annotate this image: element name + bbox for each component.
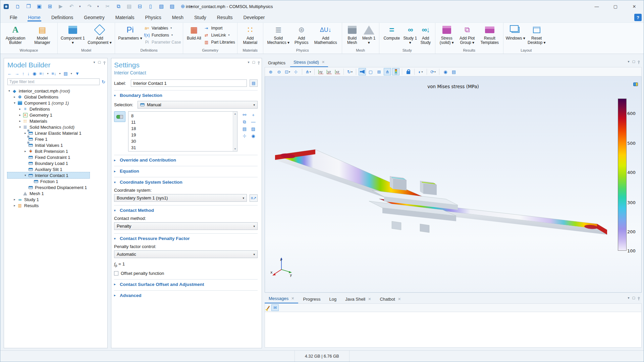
- active-toggle-button[interactable]: [114, 111, 125, 122]
- move-up-icon[interactable]: ↑: [22, 71, 24, 76]
- rename-button[interactable]: ▤: [250, 79, 258, 87]
- penalty-factor-dropdown[interactable]: Automatic ▾: [114, 250, 258, 258]
- mesh-1-button[interactable]: Mesh 1 ▾: [361, 23, 377, 45]
- tab-progress[interactable]: Progress: [299, 295, 324, 303]
- livelink-button[interactable]: ⇄ LiveLink▾: [203, 32, 235, 38]
- tree-node-initial-values-1[interactable]: Initial Values 1: [7, 142, 105, 148]
- section-boundary-selection[interactable]: ▾Boundary Selection: [114, 93, 258, 98]
- refresh-icon[interactable]: ↻: [102, 79, 105, 84]
- float-window-icon[interactable]: ▢: [632, 60, 635, 63]
- section-equation[interactable]: ▸Equation: [114, 169, 258, 174]
- result-templates-button[interactable]: Result Templates: [478, 23, 501, 45]
- orientation-indicator-icon[interactable]: ⋔: [384, 68, 391, 75]
- new-file-icon[interactable]: 🗋: [15, 4, 21, 9]
- plot-settings-icon[interactable]: [633, 82, 638, 86]
- tab-materials[interactable]: Materials: [115, 13, 135, 21]
- label-input[interactable]: [131, 79, 247, 87]
- list-item[interactable]: 11: [131, 119, 237, 125]
- grid-icon[interactable]: ⊞: [375, 68, 383, 75]
- tab-messages[interactable]: Messages✕: [265, 295, 298, 303]
- build-mesh-button[interactable]: Build Mesh: [344, 23, 360, 45]
- panel-menu-caret-icon[interactable]: ▾: [94, 60, 95, 64]
- panel-menu-caret-icon[interactable]: ▾: [628, 60, 630, 63]
- copy-icon[interactable]: ⧉: [115, 3, 121, 9]
- pin-icon[interactable]: [638, 61, 640, 62]
- reset-desktop-button[interactable]: Reset Desktop ▾: [526, 23, 547, 45]
- duplicate-icon[interactable]: ⊟: [137, 3, 143, 9]
- parameter-case-button[interactable]: Pi Parameter Case: [144, 39, 181, 45]
- close-button[interactable]: ✕: [625, 0, 644, 12]
- redo-caret-icon[interactable]: ▾: [97, 5, 100, 8]
- tree-node-friction-1[interactable]: Friction 1: [7, 178, 105, 184]
- tree-node-free-1[interactable]: Free 1: [7, 136, 105, 142]
- save-as-icon[interactable]: ⊞: [47, 3, 53, 9]
- tree-node-geometry-1[interactable]: ▸A Geometry 1: [7, 112, 105, 118]
- model-tree-filter-icon[interactable]: ▼: [75, 71, 79, 76]
- tree-node-materials[interactable]: ▸∷ Materials: [7, 118, 105, 124]
- go-to-view-icon[interactable]: ⋔▾: [305, 68, 312, 75]
- list-scrollbar[interactable]: ▲▼: [233, 112, 237, 151]
- functions-button[interactable]: f(x) Functions▾: [144, 32, 181, 38]
- create-selection-icon[interactable]: ⚯: [243, 112, 247, 117]
- node-group-icon[interactable]: ▤: [64, 71, 68, 76]
- tab-file[interactable]: File: [9, 13, 18, 21]
- transparency-icon[interactable]: ▢: [367, 68, 374, 75]
- component-1-button[interactable]: Component 1 ▾: [60, 23, 86, 45]
- deselect-box-icon[interactable]: ▨: [169, 3, 175, 9]
- tab-java-shell[interactable]: Java Shell✕: [341, 295, 375, 303]
- list-item[interactable]: 8: [131, 113, 237, 119]
- zoom-out-icon[interactable]: ⊖: [275, 68, 283, 75]
- list-item[interactable]: 30: [131, 138, 237, 144]
- search-icon[interactable]: ⊕: [180, 3, 186, 9]
- tab-chatbot[interactable]: Chatbot✕: [376, 295, 405, 303]
- zoom-extents-icon[interactable]: ⊹: [292, 68, 300, 75]
- move-down-icon[interactable]: ↓: [28, 71, 30, 76]
- copy-selection-icon[interactable]: ⧉: [243, 119, 246, 125]
- tree-node-component-1[interactable]: ▾ Component 1(comp 1): [7, 100, 105, 106]
- application-builder-button[interactable]: A Application Builder: [2, 23, 29, 45]
- tree-filter-input[interactable]: [7, 78, 100, 85]
- clear-messages-icon[interactable]: [267, 306, 270, 310]
- color-legend-icon[interactable]: [392, 68, 399, 75]
- stress-solid-button[interactable]: Stress (solid) ▾: [437, 23, 456, 45]
- tree-node-results[interactable]: ▸▥ Results: [7, 202, 105, 208]
- list-item[interactable]: 19: [131, 132, 237, 138]
- close-icon[interactable]: ✕: [322, 60, 325, 64]
- tree-node-global-definitions[interactable]: ▸⊕ Global Definitions: [7, 94, 105, 100]
- messages-content[interactable]: [265, 312, 642, 348]
- maximize-button[interactable]: ▢: [606, 0, 625, 12]
- paste-icon[interactable]: ▤: [126, 3, 132, 9]
- tab-home[interactable]: Home: [28, 13, 41, 21]
- update-plot-icon[interactable]: ⟳▾: [429, 68, 437, 75]
- list-item[interactable]: 18: [131, 125, 237, 132]
- contact-method-dropdown[interactable]: Penalty ▾: [114, 222, 258, 230]
- tab-geometry[interactable]: Geometry: [83, 13, 105, 21]
- list-item[interactable]: 31: [131, 144, 237, 151]
- scene-light-icon[interactable]: [359, 68, 366, 75]
- tree-node-mesh-1[interactable]: Mesh 1: [7, 190, 105, 196]
- cut-icon[interactable]: ✂: [105, 3, 111, 9]
- help-button[interactable]: ?: [634, 14, 642, 21]
- tree-node-auxiliary-slit-1[interactable]: Auxiliary Slit 1: [7, 166, 105, 172]
- float-window-icon[interactable]: ▢: [98, 60, 101, 64]
- variables-button[interactable]: a= Variables▾: [144, 25, 181, 31]
- section-contact-surface-offset[interactable]: ▸Contact Surface Offset and Adjustment: [114, 282, 258, 287]
- go-to-source-button[interactable]: ≡↗: [250, 194, 258, 202]
- close-icon[interactable]: ✕: [291, 296, 294, 301]
- tab-physics[interactable]: Physics: [145, 13, 162, 21]
- tree-node-solid-mechanics[interactable]: ▾≣ Solid Mechanics(solid): [7, 124, 105, 130]
- plot-area[interactable]: von Mises stress (MPa): [265, 76, 642, 293]
- section-override-contribution[interactable]: ▸Override and Contribution: [114, 158, 258, 163]
- windows-button[interactable]: Windows ▾: [505, 23, 526, 41]
- tab-study[interactable]: Study: [194, 13, 207, 21]
- pin-icon[interactable]: [638, 297, 640, 299]
- open-file-icon[interactable]: ❐: [25, 3, 32, 9]
- section-advanced[interactable]: ▸Advanced: [114, 293, 258, 298]
- part-libraries-button[interactable]: ▥ Part Libraries: [203, 39, 235, 45]
- zoom-box-icon[interactable]: ⊡▾: [284, 68, 291, 75]
- float-window-icon[interactable]: ▢: [632, 296, 635, 300]
- expand-tree-icon[interactable]: ≡↑: [39, 71, 44, 76]
- boundary-selection-list[interactable]: 8 11 18 19 30 31 ▲▼: [128, 111, 237, 152]
- offset-penalty-checkbox[interactable]: [114, 271, 118, 276]
- snapshot-icon[interactable]: ◉: [442, 68, 449, 75]
